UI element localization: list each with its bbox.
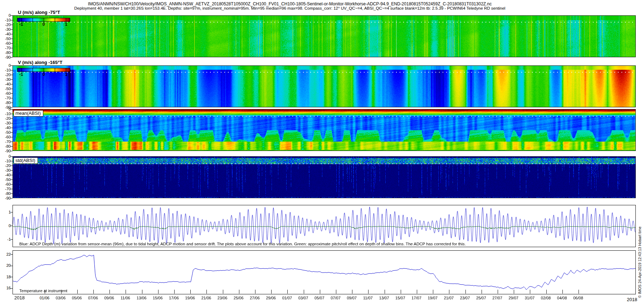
y-tick-mark bbox=[10, 39, 13, 39]
y-tick-label: -10 bbox=[0, 18, 11, 23]
panel-temperature: Temperature at instrument bbox=[13, 250, 636, 294]
colorbar-tick-label: -1 bbox=[19, 72, 23, 77]
y-tick-label: -40 bbox=[0, 126, 11, 130]
x-tick-mark bbox=[530, 290, 530, 294]
x-tick-mark bbox=[304, 290, 304, 294]
panel-v-velocity-heatmap: -1 0 1 bbox=[13, 65, 636, 107]
y-tick-label: 0 bbox=[0, 13, 11, 18]
colorbar-tick-label: 1 bbox=[65, 22, 68, 27]
y-tick-mark bbox=[10, 57, 13, 58]
y-tick-mark bbox=[10, 180, 13, 180]
y-tick-mark bbox=[10, 142, 13, 142]
y-tick-label: -90 bbox=[0, 55, 11, 60]
x-tick-mark bbox=[174, 290, 175, 294]
x-axis-year-left: 2018 bbox=[14, 295, 25, 300]
y-tick-mark bbox=[10, 123, 13, 123]
colorbar-tick-label: 1 bbox=[65, 72, 68, 77]
panel-v-title: V (m/s) along -165°T bbox=[18, 60, 62, 65]
x-tick-mark bbox=[482, 290, 482, 294]
x-tick-mark bbox=[385, 290, 385, 294]
y-tick-mark bbox=[10, 146, 13, 147]
y-tick-mark bbox=[10, 89, 13, 89]
panel-std-absi-title: std(ABSI) bbox=[14, 157, 38, 164]
x-tick-mark bbox=[158, 290, 158, 294]
y-tick-label: -80 bbox=[0, 50, 11, 55]
y-tick-label: -90 bbox=[0, 196, 11, 201]
y-tick-mark bbox=[10, 170, 13, 171]
x-tick-mark bbox=[271, 290, 272, 294]
x-tick-mark bbox=[126, 290, 126, 294]
x-tick-mark bbox=[190, 290, 191, 294]
x-tick-mark bbox=[352, 290, 352, 294]
y-tick-label: -70 bbox=[0, 139, 11, 144]
y-tick-mark bbox=[10, 109, 13, 109]
y-tick-label: -40 bbox=[0, 82, 11, 87]
x-tick-mark bbox=[562, 290, 563, 294]
y-tick-label: -40 bbox=[0, 32, 11, 36]
colorbar-tick-label: -1 bbox=[19, 22, 23, 27]
u-colorbar-labels: -1 0 1 bbox=[17, 22, 70, 27]
y-tick-mark bbox=[10, 212, 13, 212]
y-tick-label: 1 bbox=[0, 210, 11, 215]
y-tick-mark bbox=[10, 161, 13, 161]
y-tick-mark bbox=[10, 118, 13, 119]
y-tick-mark bbox=[10, 288, 13, 289]
surface-sidelobe-dotted-line bbox=[13, 22, 635, 23]
u-colorbar bbox=[17, 18, 70, 22]
std-absi-heatmap-canvas bbox=[13, 157, 635, 198]
x-tick-mark bbox=[465, 290, 466, 294]
temperature-canvas bbox=[13, 251, 635, 294]
y-tick-label: -90 bbox=[0, 149, 11, 153]
x-tick-mark bbox=[336, 290, 336, 294]
colorbar-tick-label: 0 bbox=[43, 72, 45, 77]
x-tick-mark bbox=[142, 290, 142, 294]
temperature-label: Temperature at instrument bbox=[19, 289, 67, 293]
depth-variation-note: Blue: ADCP Depth (m) variation from sens… bbox=[19, 242, 466, 246]
y-tick-label: -40 bbox=[0, 173, 11, 177]
x-tick-mark bbox=[255, 290, 255, 294]
y-tick-label: -60 bbox=[0, 182, 11, 187]
y-tick-label: -1 bbox=[0, 237, 11, 242]
y-tick-label: -60 bbox=[0, 41, 11, 46]
x-tick-mark bbox=[579, 290, 579, 294]
y-tick-label: -30 bbox=[0, 77, 11, 82]
y-tick-mark bbox=[10, 15, 13, 16]
x-tick-mark bbox=[546, 290, 547, 294]
x-tick-mark bbox=[368, 290, 369, 294]
y-tick-mark bbox=[10, 70, 13, 70]
y-tick-mark bbox=[10, 65, 13, 66]
y-tick-label: 16 bbox=[0, 286, 11, 290]
y-tick-label: -20 bbox=[0, 116, 11, 121]
panel-u-velocity-heatmap: -1 0 1 bbox=[13, 15, 636, 57]
figure-title-line1: IMOS/ANMN/NSW/CH100/Velocity/IMOS_ANMN-N… bbox=[0, 1, 580, 6]
y-tick-label: 0 bbox=[0, 154, 11, 159]
y-tick-mark bbox=[10, 93, 13, 94]
y-tick-label: -60 bbox=[0, 91, 11, 96]
imos-copyright-watermark: © IMOS 24-Apr-2019 12:43:13 Hobart time bbox=[638, 226, 642, 298]
y-tick-mark bbox=[10, 48, 13, 48]
y-tick-label: 18 bbox=[0, 275, 11, 279]
figure-title-line2: Deployment 40, member 1 lat=30.26S lon=1… bbox=[0, 6, 580, 10]
y-tick-label: -80 bbox=[0, 191, 11, 196]
y-tick-label: -80 bbox=[0, 144, 11, 149]
y-tick-mark bbox=[10, 114, 13, 114]
y-tick-mark bbox=[10, 128, 13, 128]
y-tick-mark bbox=[10, 75, 13, 75]
y-tick-mark bbox=[10, 175, 13, 175]
y-tick-mark bbox=[10, 156, 13, 157]
y-tick-mark bbox=[10, 25, 13, 25]
y-tick-label: -30 bbox=[0, 168, 11, 173]
y-tick-mark bbox=[10, 189, 13, 189]
y-tick-label: 20 bbox=[0, 263, 11, 268]
y-tick-mark bbox=[10, 43, 13, 44]
y-tick-label: -50 bbox=[0, 177, 11, 182]
y-tick-mark bbox=[10, 193, 13, 194]
y-tick-mark bbox=[10, 98, 13, 98]
y-tick-label: -70 bbox=[0, 46, 11, 50]
y-tick-label: -20 bbox=[0, 23, 11, 27]
surface-sidelobe-dotted-line bbox=[13, 163, 635, 164]
x-tick-mark bbox=[514, 290, 514, 294]
x-date-label: 06/08 bbox=[567, 296, 589, 300]
x-tick-mark bbox=[320, 290, 320, 294]
y-tick-label: -70 bbox=[0, 187, 11, 191]
